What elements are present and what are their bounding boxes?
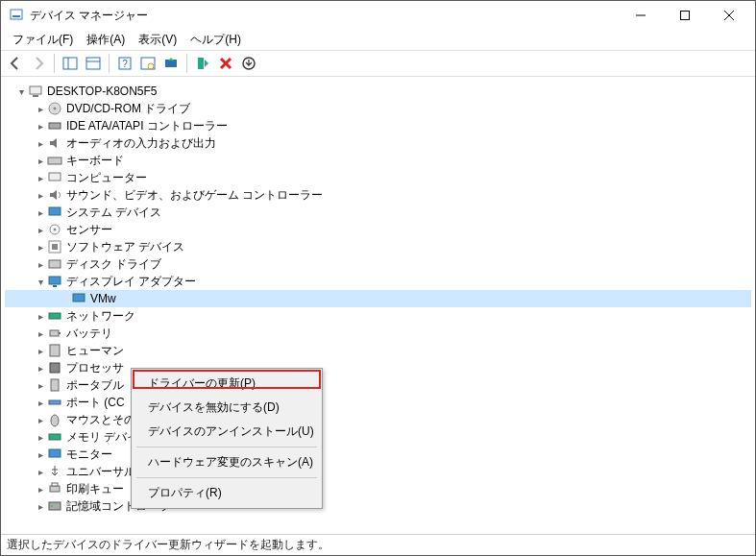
tree-item[interactable]: ▸システム デバイス [5,204,751,221]
expand-icon[interactable]: ▸ [34,449,47,460]
tree-item[interactable]: ▸センサー [5,221,751,238]
tree-item-vmware-display[interactable]: VMw [5,290,751,307]
expand-icon[interactable]: ▸ [34,398,47,408]
tree-item[interactable]: ▸オーディオの入力および出力 [5,134,751,152]
tree-item[interactable]: ▸プロセッサ [5,359,751,376]
port-icon [47,395,62,410]
toolbar: ? [1,50,755,77]
expand-icon[interactable]: ▸ [34,242,47,253]
svg-rect-37 [59,332,61,334]
maximize-button[interactable] [663,1,707,30]
svg-rect-30 [52,244,58,250]
svg-rect-31 [49,260,61,268]
properties-button[interactable] [83,53,104,74]
menu-action[interactable]: 操作(A) [81,30,131,50]
svg-point-48 [51,505,53,507]
expand-icon[interactable]: ▸ [34,104,47,114]
tree-item[interactable]: ▸ポータブル [5,376,751,394]
expand-icon[interactable]: ▸ [34,259,47,270]
expand-icon[interactable]: ▸ [34,432,47,443]
tree-item-display-adapters[interactable]: ▾ディスプレイ アダプター [5,273,751,290]
svg-point-13 [148,63,154,69]
expand-icon[interactable]: ▸ [34,380,47,391]
collapse-icon[interactable]: ▾ [34,277,47,287]
hid-icon [47,343,62,358]
device-tree[interactable]: ▾DESKTOP-K8ON5F5 ▸DVD/CD-ROM ドライブ ▸IDE A… [1,77,755,534]
svg-rect-39 [50,363,60,373]
help-button[interactable]: ? [114,53,135,74]
svg-text:?: ? [122,59,128,69]
context-scan-hardware[interactable]: ハードウェア変更のスキャン(A) [134,450,319,474]
svg-rect-0 [11,10,22,19]
storage-controller-icon [47,498,62,514]
status-bar: 選択したデバイスのドライバー更新ウィザードを起動します。 [1,534,755,555]
tree-root[interactable]: ▾DESKTOP-K8ON5F5 [5,83,751,100]
tree-item[interactable]: ▸DVD/CD-ROM ドライブ [5,100,751,117]
status-text: 選択したデバイスのドライバー更新ウィザードを起動します。 [7,537,329,553]
expand-icon[interactable]: ▸ [34,484,47,495]
tree-item[interactable]: ▸印刷キュー [5,480,751,497]
tree-item[interactable]: ▸モニター [5,446,751,463]
expand-icon[interactable]: ▸ [34,415,47,425]
expand-icon[interactable]: ▸ [34,190,47,201]
back-button[interactable] [5,53,26,74]
menu-file[interactable]: ファイル(F) [7,30,79,50]
expand-icon[interactable]: ▸ [34,311,47,322]
expand-icon[interactable]: ▸ [34,501,47,512]
forward-button[interactable] [28,53,49,74]
expand-icon[interactable]: ▸ [34,156,47,166]
tree-label: DVD/CD-ROM ドライブ [66,101,190,117]
tree-item[interactable]: ▸ソフトウェア デバイス [5,238,751,255]
tree-item[interactable]: ▸ネットワーク [5,307,751,325]
expand-icon[interactable]: ▸ [34,363,47,374]
tree-item[interactable]: ▸キーボード [5,152,751,169]
context-uninstall-device[interactable]: デバイスのアンインストール(U) [134,420,319,444]
tree-item[interactable]: ▸サウンド、ビデオ、およびゲーム コントローラー [5,186,751,204]
expand-icon[interactable]: ▸ [34,207,47,218]
scan-hardware-button[interactable] [137,53,159,74]
expand-icon[interactable]: ▸ [34,225,47,235]
tree-item[interactable]: ▸バッテリ [5,325,751,342]
svg-rect-25 [49,173,61,181]
context-menu: ドライバーの更新(P) デバイスを無効にする(D) デバイスのアンインストール(… [131,368,323,509]
tree-item[interactable]: ▸コンピューター [5,169,751,186]
expand-icon[interactable]: ▸ [34,121,47,132]
context-update-driver[interactable]: ドライバーの更新(P) [134,372,319,396]
tree-label: モニター [66,447,112,463]
expand-icon[interactable]: ▸ [34,138,47,149]
display-icon [71,291,86,306]
tree-item[interactable]: ▸記憶域コントローラー [5,497,751,515]
tree-item[interactable]: ▸ポート (CC [5,394,751,411]
update-driver-button[interactable] [160,53,182,74]
tree-item[interactable]: ▸IDE ATA/ATAPI コントローラー [5,117,751,134]
menu-help[interactable]: ヘルプ(H) [184,30,247,50]
tree-item[interactable]: ▸マウスとそのほかのポインティング デバイス [5,411,751,428]
display-icon [47,274,62,289]
tree-item[interactable]: ▸メモリ デバイス [5,428,751,446]
expand-icon[interactable]: ▸ [34,346,47,356]
expand-icon[interactable]: ▸ [34,173,47,183]
minimize-button[interactable] [619,1,663,30]
svg-rect-14 [165,60,177,67]
svg-rect-24 [48,157,61,164]
tree-item[interactable]: ▸ヒューマン [5,342,751,359]
tree-item[interactable]: ▸ユニバーサル シリアル バス コントローラー [5,463,751,480]
mouse-icon [47,412,62,427]
context-disable-device[interactable]: デバイスを無効にする(D) [134,396,319,420]
enable-device-button[interactable] [192,53,213,74]
disable-device-button[interactable] [238,53,259,74]
menu-view[interactable]: 表示(V) [133,30,183,50]
expand-icon[interactable]: ▸ [34,467,47,477]
monitor-icon [47,447,62,462]
context-properties[interactable]: プロパティ(R) [134,481,319,505]
collapse-icon[interactable]: ▾ [14,86,28,97]
show-hide-tree-button[interactable] [60,53,81,74]
svg-rect-20 [33,95,38,97]
svg-rect-23 [49,123,61,129]
tree-item[interactable]: ▸ディスク ドライブ [5,255,751,273]
uninstall-device-button[interactable] [215,53,236,74]
expand-icon[interactable]: ▸ [34,328,47,339]
tree-label: ネットワーク [66,308,135,325]
close-button[interactable] [707,1,751,30]
tree-label: ポート (CC [66,395,125,411]
